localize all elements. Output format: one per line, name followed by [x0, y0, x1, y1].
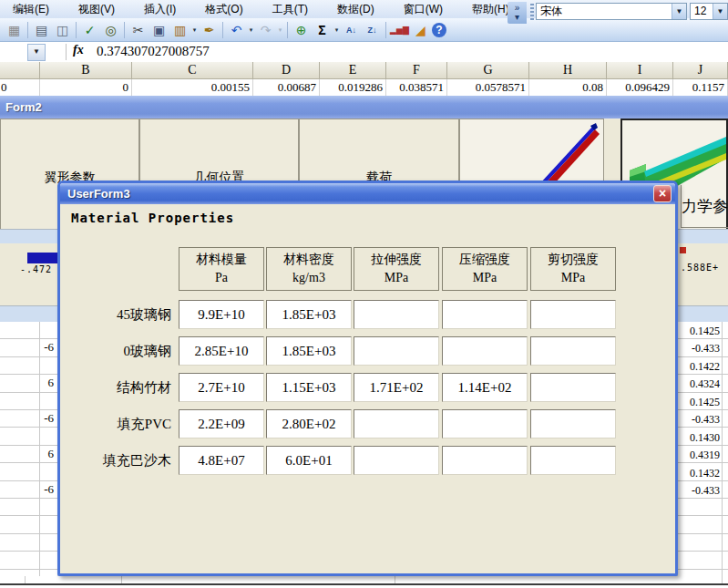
- col-header-i[interactable]: I: [607, 62, 673, 79]
- menu-insert[interactable]: 插入(I): [131, 0, 189, 19]
- material-value-field[interactable]: [530, 300, 616, 329]
- sheet-cell[interactable]: -6: [0, 411, 54, 426]
- sheet-cell[interactable]: 0.4324: [680, 377, 720, 391]
- material-value-field[interactable]: [354, 409, 439, 438]
- material-value-field[interactable]: 2.85E+10: [179, 336, 264, 366]
- col-header-g[interactable]: G: [447, 62, 529, 79]
- undo-icon[interactable]: ↶: [227, 21, 246, 39]
- sheet-cell[interactable]: -0.433: [680, 483, 720, 498]
- sheet-cell[interactable]: 6: [0, 447, 54, 461]
- sheet-cell[interactable]: 0.1425: [680, 324, 720, 338]
- print-preview-icon[interactable]: ◫: [53, 21, 72, 39]
- autosum-dropdown-icon[interactable]: ▾: [333, 26, 341, 34]
- material-value-field[interactable]: 2.2E+09: [179, 409, 264, 438]
- col-header-f[interactable]: F: [386, 62, 447, 79]
- redo-dropdown-icon[interactable]: ▾: [276, 26, 284, 34]
- formula-bar-value[interactable]: 0.374307027008757: [97, 44, 210, 59]
- col-header-b[interactable]: B: [40, 62, 132, 79]
- spelling-icon[interactable]: ✓: [80, 21, 99, 39]
- cut-icon[interactable]: ✂: [128, 21, 148, 39]
- sheet-cell[interactable]: 0.4319: [680, 448, 720, 462]
- hyperlink-icon[interactable]: ⊕: [292, 21, 311, 39]
- sheet-cell[interactable]: 0.019286: [320, 79, 386, 96]
- menu-tools[interactable]: 工具(T): [260, 0, 321, 19]
- toolbar-grip[interactable]: [530, 4, 534, 20]
- sheet-cell[interactable]: 0.00687: [253, 79, 320, 96]
- menu-window[interactable]: 窗口(W): [391, 0, 456, 19]
- close-icon[interactable]: ×: [653, 185, 672, 202]
- sheet-cell[interactable]: -0.433: [680, 341, 720, 356]
- material-value-field[interactable]: 1.14E+02: [442, 373, 528, 402]
- sheet-cell[interactable]: 0: [0, 79, 40, 96]
- material-value-field[interactable]: [354, 446, 439, 475]
- sort-desc-icon[interactable]: Z↓: [363, 21, 382, 39]
- print-icon[interactable]: ▤: [32, 21, 51, 39]
- permission-icon[interactable]: ▦: [5, 21, 24, 39]
- material-value-field[interactable]: 9.9E+10: [179, 300, 264, 329]
- toolbar-options-icon[interactable]: »▾: [508, 2, 527, 24]
- help-icon[interactable]: ?: [432, 23, 446, 37]
- material-value-field[interactable]: [354, 300, 439, 329]
- material-value-field[interactable]: [530, 409, 616, 438]
- paste-icon[interactable]: ▥: [170, 21, 190, 39]
- material-value-field[interactable]: 1.85E+03: [266, 300, 352, 329]
- sheet-cell[interactable]: 0.1422: [680, 359, 720, 374]
- sheet-strip-bottom[interactable]: [0, 576, 728, 588]
- redo-icon[interactable]: ↷: [256, 21, 275, 39]
- material-value-field[interactable]: 2.80E+02: [266, 409, 352, 438]
- sheet-cell[interactable]: 0.096429: [607, 79, 673, 96]
- col-header-h[interactable]: H: [529, 62, 607, 79]
- font-size-combo[interactable]: 12 ▼: [690, 3, 728, 20]
- menu-data[interactable]: 数据(D): [324, 0, 387, 19]
- sheet-cell[interactable]: -6: [0, 340, 54, 355]
- material-value-field[interactable]: [442, 300, 528, 329]
- col-header-d[interactable]: D: [253, 62, 320, 79]
- undo-dropdown-icon[interactable]: ▾: [247, 26, 255, 34]
- dialog-title-bar[interactable]: UserForm3: [60, 183, 675, 204]
- material-value-field[interactable]: 1.85E+03: [266, 336, 352, 366]
- menu-format[interactable]: 格式(O): [192, 0, 255, 19]
- drawing-icon[interactable]: ◢: [411, 21, 430, 39]
- form2-title-bar[interactable]: Form2: [0, 96, 728, 119]
- material-value-field[interactable]: 4.8E+07: [179, 446, 264, 475]
- material-value-field[interactable]: [530, 373, 616, 402]
- material-value-field[interactable]: 6.0E+01: [266, 446, 352, 475]
- material-value-field[interactable]: 1.71E+02: [354, 373, 439, 402]
- material-value-field[interactable]: [530, 446, 616, 475]
- paste-dropdown-icon[interactable]: ▾: [190, 26, 199, 34]
- font-name-combo[interactable]: 宋体 ▼: [536, 3, 687, 20]
- sheet-cell[interactable]: -6: [0, 482, 54, 497]
- menu-view[interactable]: 视图(V): [66, 0, 128, 19]
- research-icon[interactable]: ◎: [101, 21, 120, 39]
- menu-edit[interactable]: 编辑(E): [0, 0, 62, 19]
- autosum-icon[interactable]: Σ: [313, 21, 332, 39]
- sheet-cell[interactable]: 0.1157: [673, 79, 728, 96]
- material-value-field[interactable]: [442, 409, 528, 438]
- sheet-cell[interactable]: 0: [40, 79, 132, 96]
- sheet-cell[interactable]: 0.1430: [680, 430, 720, 445]
- chart-wizard-icon[interactable]: ▂▅▇: [390, 21, 409, 39]
- copy-icon[interactable]: ▣: [149, 21, 169, 39]
- material-value-field[interactable]: [442, 446, 528, 475]
- material-value-field[interactable]: 2.7E+10: [179, 373, 264, 402]
- sheet-cell[interactable]: 0.038571: [386, 79, 447, 96]
- sheet-cell[interactable]: 0.1432: [680, 466, 720, 480]
- sheet-cell[interactable]: 0.0578571: [447, 79, 529, 96]
- sheet-cell[interactable]: -0.433: [680, 412, 720, 427]
- material-value-field[interactable]: [354, 336, 439, 366]
- mechanics-parameters-button[interactable]: 力学参数: [681, 185, 728, 228]
- col-header-c[interactable]: C: [132, 62, 253, 79]
- material-value-field[interactable]: 1.15E+03: [266, 373, 352, 402]
- sheet-cell[interactable]: 0.00155: [132, 79, 253, 96]
- sort-asc-icon[interactable]: A↓: [342, 21, 361, 39]
- material-value-field[interactable]: [442, 336, 528, 366]
- chevron-down-icon[interactable]: ▼: [672, 4, 686, 19]
- format-painter-icon[interactable]: ✒: [200, 21, 219, 39]
- corner-header[interactable]: [0, 62, 40, 79]
- sheet-cell[interactable]: 0.1425: [680, 395, 720, 409]
- chevron-down-icon[interactable]: ▼: [713, 4, 727, 19]
- insert-function-icon[interactable]: fx: [73, 43, 93, 61]
- sheet-cell[interactable]: 0.08: [529, 79, 607, 96]
- material-value-field[interactable]: [530, 336, 616, 366]
- col-header-j[interactable]: J: [673, 62, 728, 79]
